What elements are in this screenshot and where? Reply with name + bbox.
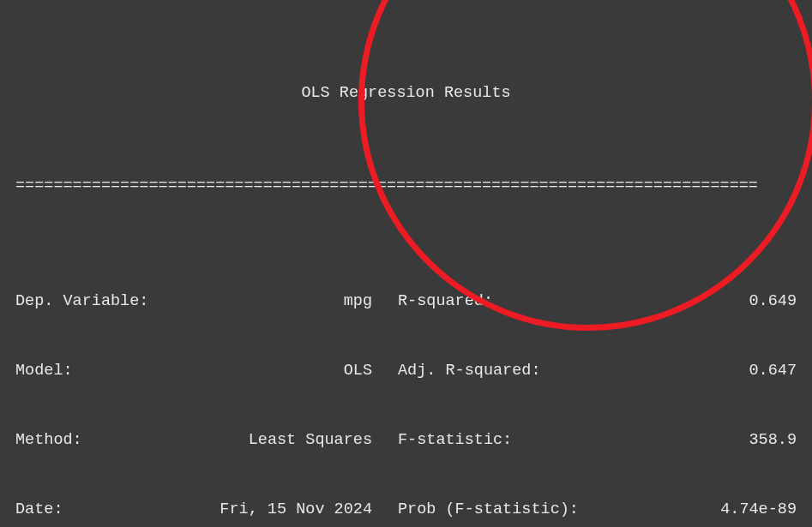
info-left-value: mpg [187, 290, 372, 313]
info-right-label: R-squared: [398, 290, 595, 313]
info-row-3: Date:Fri, 15 Nov 2024 Prob (F-statistic)… [15, 498, 797, 521]
annotation-circle-icon [358, 0, 812, 331]
info-right-value: 0.649 [595, 290, 797, 313]
ols-output: OLS Regression Results =================… [0, 0, 812, 527]
report-title: OLS Regression Results [15, 81, 797, 105]
info-row-0: Dep. Variable:mpg R-squared:0.649 [15, 290, 797, 313]
info-row-2: Method:Least Squares F-statistic:358.9 [15, 428, 797, 452]
rule-top: ========================================… [15, 174, 797, 197]
info-left-label: Dep. Variable: [15, 290, 187, 313]
info-row-1: Model:OLS Adj. R-squared:0.647 [15, 359, 797, 382]
